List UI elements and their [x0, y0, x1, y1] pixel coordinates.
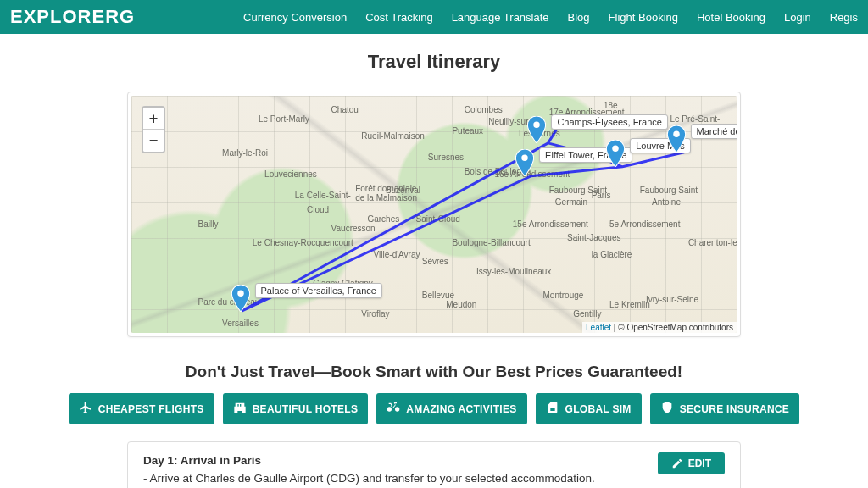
edit-button-label: EDIT [688, 458, 711, 469]
nav-cost[interactable]: Cost Tracking [365, 11, 432, 24]
marker-label: Marché des Enfants R [691, 124, 737, 139]
page-title: Travel Itinerary [0, 51, 868, 73]
pin-icon [231, 285, 250, 312]
map-marker[interactable]: Champs-Élysées, France [527, 116, 546, 143]
hotel-icon [233, 401, 247, 417]
shield-icon [660, 401, 674, 417]
chip-hotel[interactable]: BEAUTIFUL HOTELS [223, 393, 369, 424]
plane-icon [79, 401, 92, 417]
chip-label: GLOBAL SIM [565, 403, 632, 415]
svg-point-4 [237, 290, 243, 296]
brand-logo[interactable]: EXPLORERG [10, 6, 135, 28]
pin-icon [667, 125, 686, 152]
top-nav-bar: EXPLORERG Currency Conversion Cost Track… [0, 0, 868, 34]
map-marker[interactable]: Marché des Enfants R [667, 125, 686, 152]
svg-point-1 [521, 155, 527, 161]
sim-icon [546, 401, 559, 417]
map-marker[interactable]: Eiffel Tower, France [515, 149, 534, 176]
main-nav: Currency Conversion Cost Tracking Langua… [243, 11, 858, 24]
map-canvas[interactable]: + − Leaflet | © OpenStreetMap contributo… [131, 96, 737, 333]
day-heading: Day 1: Arrival in Paris [143, 454, 725, 467]
chip-label: AMAZING ACTIVITIES [406, 403, 516, 415]
bike-icon [387, 401, 400, 417]
tagline: Don't Just Travel—Book Smart with Our Be… [0, 363, 868, 381]
map-attribution: Leaflet | © OpenStreetMap contributors [582, 322, 737, 333]
itin-line: - Arrive at Charles de Gaulle Airport (C… [143, 472, 725, 485]
nav-register[interactable]: Regis [830, 11, 858, 24]
leaflet-link[interactable]: Leaflet [586, 323, 611, 332]
osm-credit: | © OpenStreetMap contributors [611, 323, 733, 332]
zoom-control: + − [142, 106, 165, 153]
pin-icon [606, 140, 625, 167]
nav-currency[interactable]: Currency Conversion [243, 11, 347, 24]
nav-translate[interactable]: Language Translate [452, 11, 549, 24]
nav-hotel[interactable]: Hotel Booking [697, 11, 765, 24]
itinerary-card: EDIT Day 1: Arrival in Paris - Arrive at… [127, 441, 741, 488]
svg-point-0 [534, 121, 540, 127]
chip-label: CHEAPEST FLIGHTS [98, 403, 204, 415]
map-container: + − Leaflet | © OpenStreetMap contributo… [127, 92, 741, 337]
pin-icon [515, 149, 534, 176]
nav-flight[interactable]: Flight Booking [609, 11, 678, 24]
nav-blog[interactable]: Blog [568, 11, 590, 24]
zoom-in-button[interactable]: + [143, 108, 164, 130]
chip-shield[interactable]: SECURE INSURANCE [650, 393, 799, 424]
map-marker[interactable]: Palace of Versailles, France [231, 285, 250, 312]
marker-label: Champs-Élysées, France [551, 114, 668, 130]
edit-button[interactable]: EDIT [658, 452, 725, 474]
chip-sim[interactable]: GLOBAL SIM [536, 393, 642, 424]
marker-label: Palace of Versailles, France [255, 283, 382, 298]
chip-label: SECURE INSURANCE [680, 403, 789, 415]
map-marker[interactable]: Louvre Mus [606, 140, 625, 167]
chip-plane[interactable]: CHEAPEST FLIGHTS [69, 393, 214, 424]
svg-point-2 [612, 145, 618, 151]
nav-login[interactable]: Login [784, 11, 811, 24]
chip-label: BEAUTIFUL HOTELS [253, 403, 359, 415]
pencil-icon [671, 458, 683, 469]
pin-icon [527, 116, 546, 143]
booking-chip-row: CHEAPEST FLIGHTSBEAUTIFUL HOTELSAMAZING … [0, 393, 868, 424]
chip-bike[interactable]: AMAZING ACTIVITIES [376, 393, 526, 424]
route-line [131, 96, 737, 332]
svg-point-3 [673, 131, 679, 137]
zoom-out-button[interactable]: − [143, 130, 164, 152]
